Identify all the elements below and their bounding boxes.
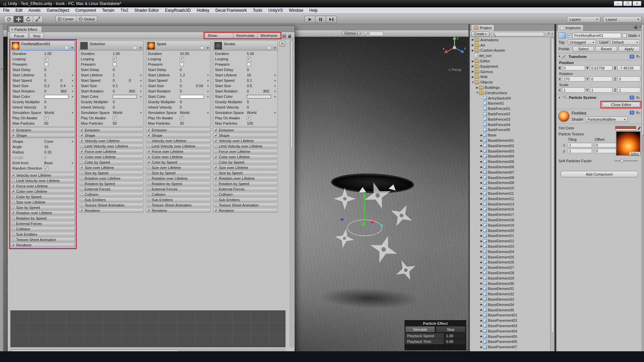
particle-system-header[interactable]: Smoke!+ — [213, 41, 278, 51]
menu-terrain[interactable]: Terrain — [99, 7, 117, 14]
property-value[interactable]: 0 — [44, 105, 60, 109]
property-row-start-size[interactable]: Start Size0.5▾ — [213, 83, 277, 88]
hand-tool-button[interactable] — [4, 16, 14, 23]
property-row-looping[interactable]: Looping✓ — [79, 56, 143, 62]
module-external-forces[interactable]: External Forces — [213, 187, 278, 191]
vertical-scrollbar[interactable] — [290, 40, 293, 347]
project-item-baseelement25[interactable]: ▶BaseElement25 — [470, 254, 550, 260]
project-item-baseelement23[interactable]: ▶BaseElement23 — [470, 244, 550, 249]
project-item-baseelement22[interactable]: ▶BaseElement22 — [470, 238, 550, 244]
property-value[interactable]: 0 — [247, 68, 263, 72]
dropdown-arrow-icon[interactable]: ▾ — [72, 162, 73, 165]
module-enabled-check-icon[interactable]: ✓ — [80, 208, 83, 212]
module-disabled-icon[interactable] — [80, 145, 83, 147]
expand-arrow-icon[interactable]: ▶ — [480, 208, 483, 211]
dropdown-arrow-icon[interactable]: ▾ — [72, 140, 73, 143]
expand-arrow-icon[interactable]: ▶ — [471, 44, 475, 47]
module-enabled-check-icon[interactable]: ✓ — [215, 166, 217, 169]
property-row-duration[interactable]: Duration5.00 — [213, 51, 277, 56]
property-row-gravity-multiplier[interactable]: Gravity Multiplier0 — [79, 99, 143, 105]
fold-arrow-icon[interactable]: ▼ — [558, 55, 561, 58]
property-row-simulation-space[interactable]: Simulation SpaceWorld▾ — [11, 110, 75, 115]
property-value[interactable]: 0.15 — [44, 150, 60, 154]
module-disabled-icon[interactable] — [148, 166, 150, 169]
expand-arrow-icon[interactable]: ▶ — [480, 213, 483, 216]
add-module-icon[interactable]: + — [273, 46, 276, 50]
property-row-start-delay[interactable]: Start Delay0 — [11, 67, 75, 72]
property-value[interactable]: 0 — [180, 89, 196, 93]
project-item-animations[interactable]: ▶Animations — [470, 37, 550, 43]
expand-arrow-icon[interactable]: ▶ — [480, 134, 483, 137]
module-emission[interactable]: ✓Emission — [213, 128, 278, 132]
expand-arrow-icon[interactable]: ▶ — [480, 187, 483, 190]
property-value-2[interactable]: 0.04 — [196, 84, 207, 88]
resimulate-button[interactable]: Resimulate — [233, 33, 258, 39]
property-row-play-on-awake[interactable]: Play On Awake✓ — [79, 115, 143, 121]
project-item-basepavement07[interactable]: ▶BasePavement07 — [470, 344, 550, 350]
rotation-y-field[interactable]: 0 — [590, 76, 613, 81]
dropdown-arrow-icon[interactable]: ▾ — [274, 79, 276, 82]
center-handle[interactable] — [362, 223, 365, 226]
module-shape[interactable]: ✓Shape — [146, 133, 211, 137]
property-value[interactable]: 1 — [44, 73, 60, 77]
property-value-2[interactable]: 0.4 — [60, 84, 72, 88]
show-selected-button[interactable]: Show: Selected — [205, 33, 233, 39]
property-row-start-rotation[interactable]: Start Rotation0360▾ — [11, 88, 75, 94]
expand-arrow-icon[interactable]: ▶ — [480, 261, 483, 264]
checkbox[interactable]: ✓ — [113, 116, 117, 120]
project-search-input[interactable] — [491, 32, 544, 36]
property-row-random-direction[interactable]: Random Direction✓ — [11, 166, 75, 171]
project-item-baseelement19[interactable]: ▶BaseElement19 — [470, 223, 550, 228]
project-item-editor[interactable]: ▶Editor — [470, 58, 550, 64]
scale-z-field[interactable]: 1 — [618, 87, 640, 93]
property-value[interactable]: 1 — [180, 78, 196, 82]
info-icon[interactable]: ! — [65, 46, 68, 50]
property-row-duration[interactable]: Duration10.00 — [146, 51, 210, 56]
property-value[interactable]: 1.00 — [44, 52, 60, 56]
property-value[interactable]: 5 — [44, 156, 60, 160]
module-color-over-lifetime[interactable]: ✓Color over Lifetime — [10, 189, 75, 193]
module-disabled-icon[interactable] — [148, 182, 150, 185]
module-enabled-check-icon[interactable]: ✓ — [148, 149, 150, 153]
module-disabled-icon[interactable] — [80, 193, 83, 196]
info-icon[interactable]: ! — [200, 46, 204, 50]
menu-assets[interactable]: Assets — [25, 7, 44, 14]
property-value[interactable]: World — [180, 111, 196, 115]
module-enabled-check-icon[interactable]: ✓ — [80, 149, 83, 153]
dropdown-arrow-icon[interactable]: ▾ — [140, 79, 142, 82]
module-disabled-icon[interactable] — [80, 204, 83, 206]
rotation-x-field[interactable]: 270 — [562, 76, 585, 81]
tiling-x-field[interactable]: 1 — [568, 143, 592, 147]
project-item-baseelement03[interactable]: ▶BaseElement03 — [470, 148, 550, 154]
property-row-start-size[interactable]: Start Size00.04▾ — [146, 83, 210, 88]
module-enabled-check-icon[interactable]: ✓ — [148, 128, 150, 132]
project-item-buildings[interactable]: ▶Buildings — [470, 85, 550, 90]
project-item-baseelement08[interactable]: ▶BaseElement08 — [470, 175, 550, 180]
module-disabled-icon[interactable] — [12, 206, 15, 209]
property-row-gravity-multiplier[interactable]: Gravity Multiplier0 — [146, 99, 210, 105]
property-row-simulation-space[interactable]: Simulation SpaceWorld▾ — [146, 110, 210, 115]
module-disabled-icon[interactable] — [80, 198, 83, 201]
property-row-inherit-velocity[interactable]: Inherit Velocity0 — [11, 105, 75, 110]
expand-arrow-icon[interactable]: ▶ — [480, 202, 483, 205]
project-item-baseelement33[interactable]: ▶BaseElement33 — [470, 297, 550, 302]
module-disabled-icon[interactable] — [215, 161, 217, 164]
module-disabled-icon[interactable] — [12, 238, 15, 241]
module-disabled-icon[interactable] — [148, 177, 150, 180]
dropdown-arrow-icon[interactable]: ▾ — [72, 79, 73, 82]
module-disabled-icon[interactable] — [80, 182, 83, 185]
property-row-emit-from[interactable]: Emit from:Base▾ — [11, 160, 75, 166]
dropdown-arrow-icon[interactable]: ▾ — [274, 84, 276, 87]
project-item-basepavement01[interactable]: ▶BasePavement01 — [470, 312, 550, 318]
property-row-prewarm[interactable]: Prewarm — [213, 62, 277, 67]
module-size-over-lifetime[interactable]: ✓Size over Lifetime — [79, 165, 144, 170]
property-row-start-lifetime[interactable]: Start Lifetime10▾ — [213, 72, 277, 78]
module-velocity-over-lifetime[interactable]: Velocity over Lifetime — [146, 138, 211, 143]
expand-arrow-icon[interactable]: ▶ — [480, 192, 483, 195]
soft-particles-slider[interactable] — [614, 161, 638, 161]
shader-dropdown[interactable]: Particles/Additive▾ — [585, 117, 627, 122]
add-module-icon[interactable]: + — [206, 46, 209, 50]
module-disabled-icon[interactable] — [12, 201, 15, 203]
dropdown-arrow-icon[interactable]: ▾ — [207, 84, 209, 87]
module-enabled-check-icon[interactable]: ✓ — [215, 128, 217, 132]
